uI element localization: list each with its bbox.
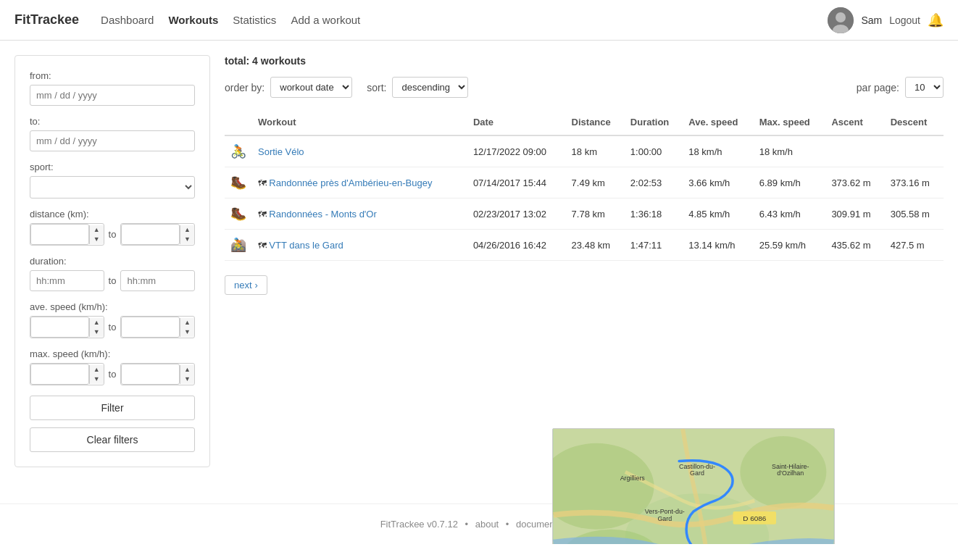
distance-label: distance (km):	[30, 209, 195, 220]
th-maxspeed: Max. speed	[754, 109, 826, 135]
workout-sport-icon: 🥾	[225, 198, 252, 230]
footer-dot-2: •	[506, 519, 509, 530]
map-icon: 🗺	[258, 209, 269, 220]
maxspeed-range: ▲ ▼ to ▲ ▼	[30, 363, 195, 385]
total-bar: total: 4 workouts	[225, 55, 944, 67]
footer-about[interactable]: about	[475, 519, 499, 530]
filter-button[interactable]: Filter	[30, 396, 195, 420]
workout-sport-icon: 🚵	[225, 230, 252, 261]
distance-field: distance (km): ▲ ▼ to ▲ ▼	[30, 209, 195, 246]
avespeed-min[interactable]	[30, 317, 89, 338]
distance-max[interactable]	[121, 224, 180, 245]
orderby-group: order by: workout date distance duration…	[225, 77, 352, 98]
distance-max-up[interactable]: ▲	[180, 225, 194, 235]
svg-text:d'Ozilhan: d'Ozilhan	[777, 469, 804, 477]
workout-avespeed-cell: 13.14 km/h	[683, 230, 753, 261]
duration-label: duration:	[30, 256, 195, 267]
workout-ascent-cell: 309.91 m	[825, 198, 884, 230]
workout-link[interactable]: Randonnée près d'Ambérieu-en-Bugey	[269, 177, 432, 188]
from-input[interactable]	[30, 85, 195, 106]
svg-text:D 6086: D 6086	[743, 514, 766, 522]
workouts-tbody: 🚴Sortie Vélo12/17/2022 09:0018 km1:00:00…	[225, 135, 944, 261]
maxspeed-min-down[interactable]: ▼	[90, 375, 104, 384]
workout-descent-cell: 305.58 m	[885, 198, 944, 230]
avespeed-min-down[interactable]: ▼	[90, 327, 104, 337]
avespeed-max[interactable]	[121, 317, 180, 338]
workout-name-cell: 🗺 VTT dans le Gard	[252, 230, 467, 261]
clear-filters-button[interactable]: Clear filters	[30, 427, 195, 452]
workout-date-cell: 12/17/2022 09:00	[467, 135, 566, 167]
sort-label: sort:	[367, 82, 386, 93]
controls-bar: order by: workout date distance duration…	[225, 77, 944, 98]
nav-logout[interactable]: Logout	[889, 14, 920, 26]
maxspeed-min-up[interactable]: ▲	[90, 365, 104, 375]
table-row: 🥾🗺 Randonnée près d'Ambérieu-en-Bugey07/…	[225, 167, 944, 198]
duration-to-text: to	[109, 275, 117, 286]
sort-group: sort: descending ascending	[367, 77, 468, 98]
workout-distance-cell: 7.78 km	[566, 198, 625, 230]
sport-field: sport:	[30, 162, 195, 198]
workout-sport-icon: 🚴	[225, 135, 252, 167]
workout-avespeed-cell: 3.66 km/h	[683, 167, 753, 198]
parpage-group: par page: 10 20 50	[857, 77, 944, 98]
nav-workouts[interactable]: Workouts	[168, 14, 218, 26]
from-label: from:	[30, 70, 195, 81]
maxspeed-max[interactable]	[121, 364, 180, 385]
avespeed-min-up[interactable]: ▲	[90, 318, 104, 327]
distance-min-up[interactable]: ▲	[90, 225, 104, 235]
duration-max[interactable]	[120, 270, 195, 291]
workout-link[interactable]: Sortie Vélo	[258, 146, 304, 157]
pagination: next ›	[225, 275, 944, 295]
nav-statistics[interactable]: Statistics	[233, 14, 276, 26]
distance-max-down[interactable]: ▼	[180, 235, 194, 244]
avespeed-max-up[interactable]: ▲	[180, 318, 194, 327]
sport-select[interactable]	[30, 176, 195, 198]
map-icon: 🗺	[258, 241, 269, 251]
svg-text:Saint-Hilaire-: Saint-Hilaire-	[772, 463, 809, 470]
svg-point-1	[836, 12, 846, 22]
maxspeed-max-up[interactable]: ▲	[180, 365, 194, 375]
th-workout: Workout	[252, 109, 467, 135]
notification-icon[interactable]: 🔔	[928, 12, 944, 28]
next-label: next	[234, 280, 252, 291]
map-popup: D 6086 Argilliers Castillon-du- Gard Sai…	[552, 428, 835, 544]
th-descent: Descent	[885, 109, 944, 135]
orderby-select[interactable]: workout date distance duration ave. spee…	[270, 77, 352, 98]
svg-text:Castillon-du-: Castillon-du-	[679, 463, 715, 470]
map-container: D 6086 Argilliers Castillon-du- Gard Sai…	[553, 429, 834, 544]
workout-maxspeed-cell: 18 km/h	[754, 135, 826, 167]
maxspeed-min[interactable]	[30, 364, 89, 385]
workout-maxspeed-cell: 6.89 km/h	[754, 167, 826, 198]
parpage-select[interactable]: 10 20 50	[905, 77, 944, 98]
workout-link[interactable]: Randonnées - Monts d'Or	[269, 209, 376, 220]
svg-text:Gard: Gard	[657, 515, 672, 522]
workout-distance-cell: 23.48 km	[566, 230, 625, 261]
duration-min[interactable]	[30, 270, 104, 291]
maxspeed-max-down[interactable]: ▼	[180, 375, 194, 384]
nav-add-workout[interactable]: Add a workout	[291, 14, 360, 26]
workout-maxspeed-cell: 25.59 km/h	[754, 230, 826, 261]
sport-label: sport:	[30, 162, 195, 172]
avatar[interactable]	[828, 7, 854, 33]
workout-link[interactable]: VTT dans le Gard	[269, 240, 343, 251]
nav-dashboard[interactable]: Dashboard	[101, 14, 154, 26]
avespeed-max-down[interactable]: ▼	[180, 327, 194, 337]
nav-username: Sam	[861, 14, 882, 26]
sort-select[interactable]: descending ascending	[392, 77, 468, 98]
orderby-label: order by:	[225, 82, 265, 93]
distance-min[interactable]	[30, 224, 89, 245]
footer-dot-1: •	[465, 519, 469, 530]
brand-logo[interactable]: FitTrackee	[14, 12, 79, 28]
to-input[interactable]	[30, 130, 195, 151]
distance-min-input: ▲ ▼	[30, 223, 104, 246]
workout-date-cell: 04/26/2016 16:42	[467, 230, 566, 261]
duration-field: duration: to	[30, 256, 195, 291]
next-button[interactable]: next ›	[225, 275, 267, 295]
sidebar: from: to: sport: distance (km): ▲ ▼	[14, 55, 210, 467]
next-chevron-icon: ›	[255, 280, 258, 291]
distance-range: ▲ ▼ to ▲ ▼	[30, 223, 195, 246]
distance-min-down[interactable]: ▼	[90, 235, 104, 244]
to-field: to:	[30, 116, 195, 151]
svg-text:Gard: Gard	[690, 469, 704, 477]
svg-text:Argilliers: Argilliers	[620, 475, 646, 482]
